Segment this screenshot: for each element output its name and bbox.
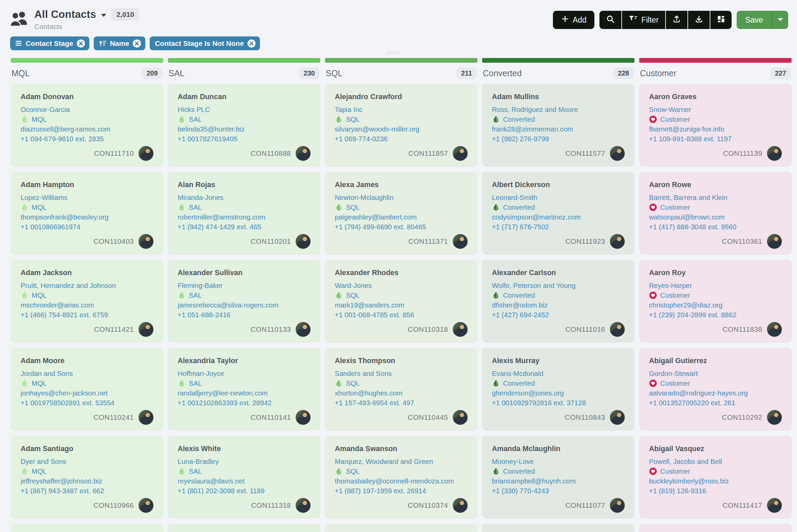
contact-card[interactable]: Alexis MurrayEvans-McdonaldConvertedghen… [482, 348, 634, 431]
contact-company-link[interactable]: Oconnor-Garcia [21, 104, 153, 114]
contact-card[interactable]: Amanda SwansonMarquez, Woodward and Gree… [325, 436, 477, 518]
avatar[interactable] [610, 410, 625, 425]
contact-email-link[interactable]: reyeslaura@davis.net [178, 476, 310, 486]
avatar[interactable] [767, 146, 782, 161]
contact-card[interactable]: Aaron RoweBarrett, Barrera and KleinCust… [639, 172, 792, 254]
contact-company-link[interactable]: Miranda-Jones [178, 192, 310, 202]
avatar[interactable] [296, 234, 310, 249]
contact-company-link[interactable]: Ross, Rodriguez and Moore [492, 104, 625, 114]
view-dropdown-caret-icon[interactable] [101, 14, 107, 17]
contact-company-link[interactable]: Barrett, Barrera and Klein [649, 192, 782, 202]
contact-phone-link[interactable]: +1 (239) 204-2899 ext. 8862 [649, 310, 782, 320]
contact-card[interactable]: Adam SantiagoDyer and SonsMQLjeffreyshaf… [11, 436, 163, 518]
contact-phone-link[interactable]: +1 051-686-2416 [178, 310, 310, 320]
filter-chip-name[interactable]: Name [94, 36, 145, 50]
close-icon[interactable] [247, 39, 256, 48]
contact-company-link[interactable]: Jordan and Sons [21, 368, 153, 378]
contact-email-link[interactable]: aalvarado@rodriguez-hayes.org [649, 388, 782, 398]
avatar[interactable] [138, 498, 153, 513]
contact-company-link[interactable]: Pruitt, Hernandez and Johnson [21, 281, 153, 290]
avatar[interactable] [296, 410, 310, 425]
contact-card[interactable]: Aaron RoyReyes-HarperCustomerchristopher… [639, 260, 792, 343]
contact-company-link[interactable]: Lopez-Williams [21, 192, 153, 202]
avatar[interactable] [453, 498, 468, 513]
contact-card[interactable]: Alexa JamesNewton-MclaughlinSQLpaigeashl… [325, 172, 477, 254]
export-button[interactable] [687, 11, 710, 29]
contact-phone-link[interactable]: +1 (942) 474-1429 ext. 465 [178, 222, 310, 232]
close-icon[interactable] [77, 39, 85, 48]
contact-email-link[interactable]: thompsonfrank@beasley.org [21, 212, 153, 222]
partial-card[interactable] [168, 524, 320, 532]
contact-email-link[interactable]: fbarnett@zuniga-fox.info [649, 124, 782, 134]
save-dropdown-button[interactable] [772, 11, 788, 29]
contact-email-link[interactable]: randalljerry@lee-newton.com [178, 388, 310, 398]
contact-company-link[interactable]: Evans-Mcdonald [492, 368, 625, 378]
contact-phone-link[interactable]: +1 (427) 694-2452 [492, 310, 625, 320]
contact-phone-link[interactable]: +1 (794) 499-6690 ext. 80465 [335, 222, 468, 232]
contact-company-link[interactable]: Leonard-Smith [492, 192, 625, 202]
avatar[interactable] [138, 322, 153, 337]
contact-phone-link[interactable]: +1 (417) 886-3048 ext. 9560 [649, 222, 782, 232]
contact-company-link[interactable]: Dyer and Sons [21, 456, 153, 466]
contact-phone-link[interactable]: +1 (867) 943-3487 ext. 662 [21, 486, 153, 496]
contact-email-link[interactable]: mschroeder@arias.com [21, 300, 153, 310]
contact-card[interactable]: Adam DonovanOconnor-GarciaMQLdiazrussell… [11, 84, 163, 167]
filter-button[interactable]: Filter [621, 11, 665, 29]
contact-card[interactable]: Adam HamptonLopez-WilliamsMQLthompsonfra… [11, 172, 163, 254]
avatar[interactable] [138, 146, 153, 161]
filter-chip-contact-stage-is-not-none[interactable]: Contact Stage Is Not None [150, 36, 260, 50]
contact-phone-link[interactable]: +1 (887) 197-1959 ext. 26914 [335, 486, 468, 496]
contact-company-link[interactable]: Fleming-Baker [178, 281, 310, 290]
import-button[interactable] [665, 11, 687, 29]
avatar[interactable] [610, 322, 625, 337]
search-button[interactable] [600, 11, 621, 29]
contact-company-link[interactable]: Snow-Warner [649, 104, 782, 114]
contact-phone-link[interactable]: +1 069-774-0236 [335, 134, 468, 144]
contact-company-link[interactable]: Powell, Jacobs and Bell [649, 456, 782, 466]
contact-phone-link[interactable]: +1 0012102863393 ext. 28942 [178, 398, 310, 407]
contact-email-link[interactable]: mark19@sanders.com [335, 300, 468, 310]
contact-card[interactable]: Alexander SullivanFleming-BakerSALjamesr… [168, 260, 320, 343]
board-view-button[interactable] [710, 11, 732, 29]
contact-phone-link[interactable]: +1 (819) 126-9316 [649, 486, 782, 496]
add-button[interactable]: Add [553, 11, 595, 29]
contact-email-link[interactable]: xhorton@hughes.com [335, 388, 468, 398]
contact-company-link[interactable]: Ward-Jones [335, 281, 468, 290]
partial-card[interactable] [325, 524, 477, 532]
contact-phone-link[interactable]: +1 109-891-8388 ext. 1197 [649, 134, 782, 144]
contact-phone-link[interactable]: +1 (982) 276-9799 [492, 134, 625, 144]
contact-email-link[interactable]: thomasbailey@oconnell-mendoza.com [335, 476, 468, 486]
filter-chip-contact-stage[interactable]: Contact Stage [10, 36, 89, 50]
contact-company-link[interactable]: Newton-Mclaughlin [335, 192, 468, 202]
contact-email-link[interactable]: briancampbell@huynh.com [492, 476, 625, 486]
contact-email-link[interactable]: frank28@zimmerman.com [492, 124, 625, 134]
avatar[interactable] [138, 234, 153, 249]
contact-phone-link[interactable]: +1 0010866961974 [21, 222, 153, 232]
contact-card[interactable]: Adam MooreJordan and SonsMQLjonhayes@che… [11, 348, 163, 431]
contact-card[interactable]: Alejandro CrawfordTapia IncSQLsilvaryan@… [325, 84, 477, 167]
contact-phone-link[interactable]: +1 (801) 202-3098 ext. 1189 [178, 486, 310, 496]
contact-email-link[interactable]: jamesrebecca@silva-rogers.com [178, 300, 310, 310]
contact-card[interactable]: Alexandria TaylorHoffman-JoyceSALrandall… [168, 348, 320, 431]
contact-phone-link[interactable]: +1 (717) 676-7502 [492, 222, 625, 232]
contact-company-link[interactable]: Gordon-Stewart [649, 368, 782, 378]
partial-card[interactable] [482, 524, 634, 532]
avatar[interactable] [138, 410, 153, 425]
contact-company-link[interactable]: Mooney-Love [492, 456, 625, 466]
contact-card[interactable]: Albert DickersonLeonard-SmithConvertedco… [482, 172, 634, 254]
contact-phone-link[interactable]: +1 0019758502891 ext. 53554 [21, 398, 153, 407]
contact-email-link[interactable]: dfisher@odom.biz [492, 300, 625, 310]
contact-company-link[interactable]: Wolfe, Peterson and Young [492, 281, 625, 290]
horizontal-scrollbar-thumb[interactable] [386, 51, 400, 54]
avatar[interactable] [453, 322, 468, 337]
partial-card[interactable] [11, 524, 163, 532]
avatar[interactable] [296, 146, 310, 161]
contact-card[interactable]: Abigail GutierrezGordon-StewartCustomera… [639, 348, 792, 431]
contact-email-link[interactable]: robertmiller@armstrong.com [178, 212, 310, 222]
contact-card[interactable]: Alan RojasMiranda-JonesSALrobertmiller@a… [168, 172, 320, 254]
contact-card[interactable]: Amanda MclaughlinMooney-LoveConvertedbri… [482, 436, 634, 518]
contact-email-link[interactable]: silvaryan@woods-miller.org [335, 124, 468, 134]
contact-company-link[interactable]: Luna-Bradley [178, 456, 310, 466]
contact-email-link[interactable]: jonhayes@chen-jackson.net [21, 388, 153, 398]
contact-email-link[interactable]: christopher29@diaz.org [649, 300, 782, 310]
